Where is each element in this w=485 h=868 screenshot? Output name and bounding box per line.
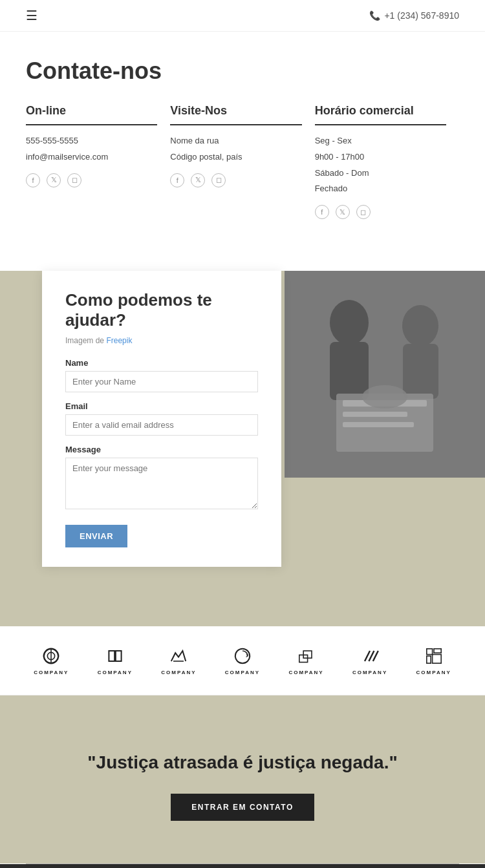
email-field-group: Email (65, 401, 258, 436)
twitter-icon-2[interactable]: 𝕏 (191, 173, 205, 187)
name-input[interactable] (65, 371, 258, 392)
submit-button[interactable]: ENVIAR (65, 525, 127, 547)
visit-divider (170, 124, 301, 125)
contact-section: Contate-nos On-line 555-555-5555 info@ma… (0, 32, 485, 238)
name-label: Name (65, 358, 258, 368)
svg-rect-7 (343, 412, 407, 417)
company-logo-4: COMPANY (225, 646, 260, 675)
facebook-icon-3[interactable]: f (315, 205, 329, 219)
page-title: Contate-nos (26, 58, 459, 85)
hours-weekend: Sábado - Dom (315, 167, 446, 180)
logo-text-4: COMPANY (225, 670, 260, 675)
contact-col-visit: Visite-Nos Nome da rua Código postal, pa… (170, 104, 314, 219)
beige-section: Como podemos te ajudar? Imagem de Freepi… (0, 271, 485, 626)
email-label: Email (65, 401, 258, 411)
message-input[interactable] (65, 458, 258, 509)
svg-rect-8 (343, 422, 414, 427)
online-heading: On-line (26, 104, 157, 118)
visit-postal: Código postal, país (170, 151, 301, 164)
hours-weekdays: Seg - Sex (315, 134, 446, 148)
contact-button[interactable]: ENTRAR EM CONTATO (171, 794, 314, 821)
online-divider (26, 124, 157, 125)
header: ☰ 📞 +1 (234) 567-8910 (0, 0, 485, 32)
logos-section: COMPANY COMPANY COMPANY COMPANY CO (0, 626, 485, 695)
svg-point-3 (402, 305, 438, 346)
svg-rect-25 (426, 656, 430, 663)
twitter-icon[interactable]: 𝕏 (47, 173, 61, 187)
hero-image (285, 271, 485, 478)
svg-point-1 (330, 300, 369, 345)
company-logo-3: COMPANY (161, 646, 196, 675)
company-logo-5: COMPANY (288, 646, 323, 675)
online-email: info@mailservice.com (26, 151, 157, 164)
facebook-icon-2[interactable]: f (170, 173, 184, 187)
logo-text-6: COMPANY (352, 670, 387, 675)
message-label: Message (65, 445, 258, 454)
hours-weekday-time: 9h00 - 17h00 (315, 151, 446, 164)
logo-icon-7 (424, 646, 444, 666)
logo-icon-2 (105, 646, 125, 666)
hamburger-menu[interactable]: ☰ (26, 8, 38, 23)
phone-icon: 📞 (369, 10, 380, 21)
logo-icon-6 (360, 646, 380, 666)
form-card: Como podemos te ajudar? Imagem de Freepi… (42, 271, 281, 566)
handshake-image (285, 271, 485, 478)
visit-heading: Visite-Nos (170, 104, 301, 118)
phone-area: 📞 +1 (234) 567-8910 (369, 10, 459, 21)
facebook-icon[interactable]: f (26, 173, 40, 187)
logo-text-7: COMPANY (416, 670, 451, 675)
form-heading: Como podemos te ajudar? (65, 290, 258, 330)
logo-text-5: COMPANY (288, 670, 323, 675)
logo-text-2: COMPANY (98, 670, 133, 675)
logo-icon-5 (296, 646, 317, 666)
logo-icon-3 (168, 646, 189, 666)
svg-rect-26 (432, 655, 441, 664)
svg-rect-23 (426, 649, 432, 655)
logo-icon-1 (41, 646, 61, 666)
message-field-group: Message (65, 445, 258, 512)
company-logo-6: COMPANY (352, 646, 387, 675)
online-phone: 555-555-5555 (26, 134, 157, 148)
company-logo-7: COMPANY (416, 646, 451, 675)
contact-columns: On-line 555-555-5555 info@mailservice.co… (26, 104, 459, 219)
quote-section: "Justiça atrasada é justiça negada." ENT… (0, 695, 485, 863)
company-logo-1: COMPANY (34, 646, 69, 675)
email-input[interactable] (65, 414, 258, 436)
name-field-group: Name (65, 358, 258, 392)
contact-col-hours: Horário comercial Seg - Sex 9h00 - 17h00… (315, 104, 459, 219)
instagram-icon-3[interactable]: ◻ (356, 205, 371, 219)
visit-social-icons: f 𝕏 ◻ (170, 173, 301, 187)
svg-rect-14 (116, 651, 122, 661)
company-logo-2: COMPANY (98, 646, 133, 675)
logo-text-3: COMPANY (161, 670, 196, 675)
svg-point-9 (362, 385, 407, 408)
svg-rect-2 (330, 342, 369, 400)
svg-rect-24 (434, 649, 441, 653)
visit-street: Nome da rua (170, 134, 301, 148)
phone-number: +1 (234) 567-8910 (384, 10, 459, 21)
image-credit: Imagem de Freepik (65, 336, 258, 345)
hours-divider (315, 124, 446, 125)
freepik-link[interactable]: Freepik (106, 336, 132, 345)
instagram-icon-2[interactable]: ◻ (211, 173, 226, 187)
footer: Sample text. Click to select the Text El… (0, 864, 485, 868)
svg-rect-13 (109, 651, 114, 661)
contact-col-online: On-line 555-555-5555 info@mailservice.co… (26, 104, 170, 219)
svg-rect-4 (403, 344, 438, 399)
hours-closed: Fechado (315, 182, 446, 196)
logo-text-1: COMPANY (34, 670, 69, 675)
quote-text: "Justiça atrasada é justiça negada." (87, 751, 397, 774)
logo-icon-4 (232, 646, 253, 666)
twitter-icon-3[interactable]: 𝕏 (336, 205, 350, 219)
hours-heading: Horário comercial (315, 104, 446, 118)
online-social-icons: f 𝕏 ◻ (26, 173, 157, 187)
instagram-icon[interactable]: ◻ (67, 173, 81, 187)
hours-social-icons: f 𝕏 ◻ (315, 205, 446, 219)
